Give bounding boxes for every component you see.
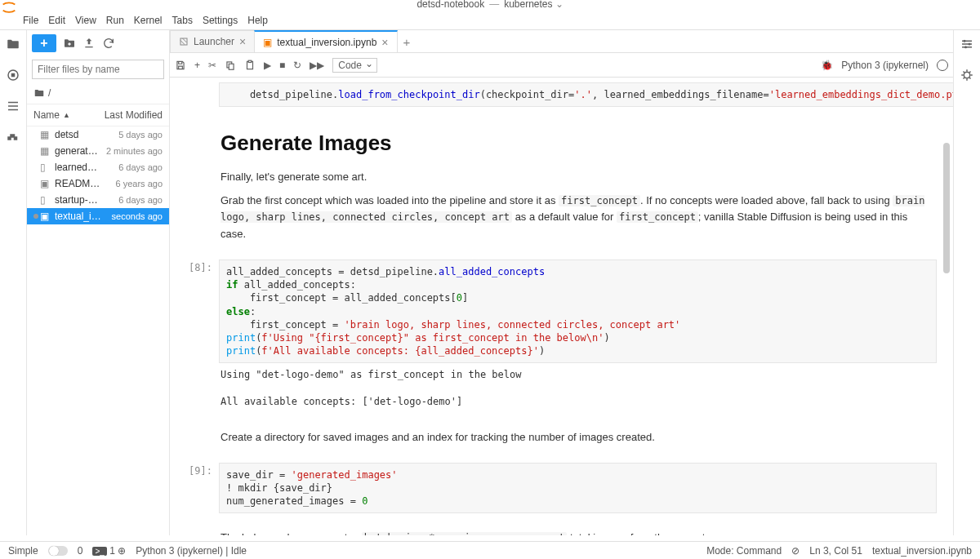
terminal-status[interactable]: >_ 1 ⊕: [92, 545, 126, 557]
list-item[interactable]: ▯learned_e…6 days ago: [27, 159, 169, 175]
menu-kernel[interactable]: Kernel: [134, 15, 163, 26]
folder-icon: ▦: [40, 129, 51, 140]
paragraph: The below code uses creates batch_size *…: [220, 530, 935, 535]
paragraph: Grab the first concept which was loaded …: [220, 193, 935, 243]
paragraph: Create a directory for saved images and …: [220, 429, 935, 446]
header-title: detsd-notebook—kubernetes⌄: [416, 0, 563, 10]
tab-label: textual_inversion.ipynb: [277, 37, 376, 48]
svg-point-9: [969, 43, 971, 46]
svg-point-11: [964, 72, 970, 78]
file-browser: + / Name▲ Last Modified ▦detsd5 days ago…: [27, 30, 170, 535]
svg-point-10: [964, 46, 967, 48]
chevron-down-icon[interactable]: ⌄: [555, 0, 564, 10]
dirty-dot-icon: [33, 214, 38, 219]
paragraph: Finally, let's generate some art.: [220, 169, 935, 186]
restart-icon[interactable]: ↻: [293, 60, 301, 71]
breadcrumb-path: /: [48, 87, 51, 99]
cell-prompt: [8]:: [178, 260, 219, 413]
notebook-icon: ▣: [263, 37, 272, 48]
left-rail: [0, 30, 27, 535]
col-modified[interactable]: Last Modified: [101, 109, 163, 121]
menu-help[interactable]: Help: [247, 15, 268, 26]
file-list: ▦detsd5 days ago ▦generated…2 minutes ag…: [27, 126, 169, 535]
filter-input-wrap[interactable]: [32, 60, 164, 79]
svg-point-8: [964, 40, 966, 42]
sliders-icon[interactable]: [960, 37, 974, 51]
extensions-icon[interactable]: [6, 130, 20, 144]
close-icon[interactable]: ×: [239, 35, 246, 48]
run-icon[interactable]: ▶: [264, 60, 271, 71]
simple-toggle[interactable]: [48, 546, 68, 556]
menu-settings[interactable]: Settings: [203, 15, 238, 26]
copy-icon[interactable]: [225, 60, 236, 71]
col-name[interactable]: Name: [33, 109, 60, 121]
list-item[interactable]: ▣README.i…6 years ago: [27, 175, 169, 192]
refresh-icon[interactable]: [102, 37, 115, 50]
cut-icon[interactable]: ✂: [208, 60, 216, 71]
launcher-icon: [179, 37, 189, 47]
code-cell[interactable]: save_dir = 'generated_images' ! mkdir {s…: [219, 463, 937, 514]
mode-status: Mode: Command: [706, 545, 782, 557]
notebook-icon: ▣: [40, 211, 51, 222]
paste-icon[interactable]: [244, 60, 256, 71]
fast-forward-icon[interactable]: ▶▶: [310, 60, 324, 71]
markdown-cell[interactable]: Generate Images Finally, let's generate …: [219, 113, 937, 253]
file-name-status: textual_inversion.ipynb: [872, 545, 972, 557]
menu-file[interactable]: File: [23, 15, 38, 26]
status-bar: Simple 0 >_ 1 ⊕ Python 3 (ipykernel) | I…: [0, 541, 980, 559]
status-zero[interactable]: 0: [78, 545, 83, 557]
cell-prompt: [9]:: [178, 463, 219, 514]
tab-notebook[interactable]: ▣ textual_inversion.ipynb ×: [254, 30, 397, 52]
jupyter-logo: [0, 0, 21, 10]
simple-toggle-label: Simple: [8, 545, 38, 557]
code-cell[interactable]: all_added_concepts = detsd_pipeline.all_…: [219, 260, 937, 363]
list-item[interactable]: ▣textual_inv…seconds ago: [27, 208, 169, 224]
list-item[interactable]: ▯startup-ho…6 days ago: [27, 192, 169, 208]
filter-input[interactable]: [38, 64, 160, 75]
sort-asc-icon: ▲: [63, 111, 70, 119]
close-icon[interactable]: ×: [381, 36, 388, 49]
upload-icon[interactable]: [82, 37, 96, 50]
toc-icon[interactable]: [6, 99, 20, 113]
menu-tabs[interactable]: Tabs: [172, 15, 193, 26]
menu-view[interactable]: View: [75, 15, 96, 26]
add-cell-icon[interactable]: +: [194, 60, 200, 71]
list-item[interactable]: ▦detsd5 days ago: [27, 126, 169, 143]
kernel-status-icon[interactable]: [937, 60, 948, 71]
code-cell[interactable]: detsd_pipeline.load_from_checkpoint_dir(…: [219, 82, 953, 107]
svg-rect-5: [229, 64, 234, 69]
new-folder-icon[interactable]: [63, 37, 76, 50]
cursor-position: Ln 3, Col 51: [809, 545, 862, 557]
list-item[interactable]: ▦generated…2 minutes ago: [27, 143, 169, 159]
add-tab-button[interactable]: +: [397, 32, 417, 52]
new-launcher-button[interactable]: +: [32, 34, 56, 52]
notebook-icon: ▣: [40, 178, 51, 189]
svg-rect-7: [248, 60, 252, 62]
folder-icon: [33, 87, 45, 99]
scrollbar[interactable]: [943, 143, 950, 273]
folder-icon[interactable]: [6, 37, 20, 51]
heading-generate-images: Generate Images: [220, 126, 935, 161]
bug-icon[interactable]: 🐞: [821, 60, 833, 71]
cell-type-dropdown[interactable]: Code: [332, 58, 377, 73]
file-list-header: Name▲ Last Modified: [27, 104, 169, 126]
kernel-name[interactable]: Python 3 (ipykernel): [841, 60, 929, 71]
breadcrumb[interactable]: /: [27, 82, 169, 104]
notebook-toolbar: + ✂ ▶ ■ ↻ ▶▶ Code 🐞 Python 3 (ipykernel): [170, 53, 953, 78]
file-icon: ▯: [40, 162, 51, 173]
stop-icon[interactable]: ■: [279, 60, 285, 71]
notebook-body[interactable]: detsd_pipeline.load_from_checkpoint_dir(…: [170, 78, 953, 535]
markdown-cell[interactable]: Create a directory for saved images and …: [219, 419, 937, 456]
kernel-status[interactable]: Python 3 (ipykernel) | Idle: [136, 545, 247, 557]
debug-icon[interactable]: [960, 68, 974, 82]
tab-launcher[interactable]: Launcher ×: [170, 30, 255, 52]
running-icon[interactable]: [6, 68, 20, 82]
right-rail: [953, 30, 980, 535]
svg-rect-1: [11, 73, 16, 78]
menu-edit[interactable]: Edit: [48, 15, 65, 26]
menu-run[interactable]: Run: [106, 15, 124, 26]
content-area: Launcher × ▣ textual_inversion.ipynb × +…: [170, 30, 953, 535]
notification-icon[interactable]: ⊘: [791, 545, 800, 557]
save-icon[interactable]: [175, 60, 186, 71]
markdown-cell[interactable]: The below code uses creates batch_size *…: [219, 520, 937, 535]
